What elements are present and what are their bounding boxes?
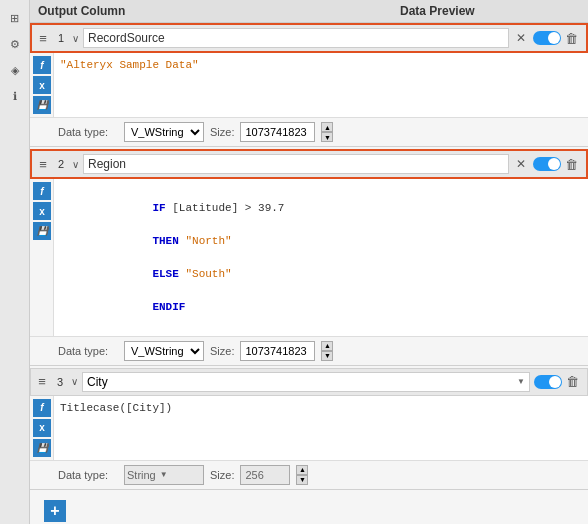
row-3-formula-area[interactable]: Titlecase([City]) bbox=[54, 396, 588, 460]
row-2-formula-x-button[interactable]: x bbox=[33, 202, 51, 220]
row-1-left: ≡ 1 ∨ ✕ bbox=[36, 28, 529, 48]
row-1-size-up[interactable]: ▲ bbox=[321, 122, 333, 132]
row-1-right: 🗑 bbox=[533, 31, 582, 46]
table-row: ≡ 2 ∨ ✕ 🗑 f x 💾 bbox=[30, 149, 588, 366]
row-3-datatype-row: Data type: String ▼ Size: ▲ ▼ bbox=[30, 460, 588, 489]
row-2-body: f x 💾 IF [Latitude] > 39.7 THEN "North" … bbox=[30, 179, 588, 336]
row-1-hamburger-icon[interactable]: ≡ bbox=[36, 28, 50, 48]
row-3-header: ≡ 3 ∨ City ▼ 🗑 bbox=[30, 368, 588, 396]
data-preview-header: Data Preview bbox=[400, 4, 580, 18]
row-3-size-up[interactable]: ▲ bbox=[296, 465, 308, 475]
row-3-hamburger-icon[interactable]: ≡ bbox=[35, 372, 49, 392]
row-3-size-spinner[interactable]: ▲ ▼ bbox=[296, 465, 308, 485]
row-2-header: ≡ 2 ∨ ✕ 🗑 bbox=[30, 149, 588, 179]
row-1-body: f x 💾 "Alteryx Sample Data" bbox=[30, 53, 588, 117]
row-1-formula-text: "Alteryx Sample Data" bbox=[60, 57, 582, 74]
row-1-delete-button[interactable]: 🗑 bbox=[565, 31, 578, 46]
row-3-dropdown-arrow-icon: ▼ bbox=[517, 377, 525, 386]
row-3-expand-icon[interactable]: ∨ bbox=[71, 376, 78, 387]
row-3-datatype-text: String bbox=[127, 469, 156, 481]
row-2-delete-button[interactable]: 🗑 bbox=[565, 157, 578, 172]
rows-container: ≡ 1 ∨ ✕ 🗑 f x 💾 bbox=[30, 23, 588, 524]
add-row-container: + bbox=[30, 492, 588, 525]
row-3-formula-text: Titlecase([City]) bbox=[60, 400, 582, 417]
row-2-expand-icon[interactable]: ∨ bbox=[72, 159, 79, 170]
row-1-name-input[interactable] bbox=[83, 28, 509, 48]
row-2-formula-area[interactable]: IF [Latitude] > 39.7 THEN "North" ELSE "… bbox=[54, 179, 588, 336]
row-2-save-button[interactable]: 💾 bbox=[33, 222, 51, 240]
row-1-size-spinner[interactable]: ▲ ▼ bbox=[321, 122, 333, 142]
row-1-datatype-row: Data type: V_WString Size: ▲ ▼ bbox=[30, 117, 588, 146]
content-area: Output Column Data Preview ≡ 1 ∨ ✕ bbox=[30, 0, 588, 524]
row-1-number: 1 bbox=[54, 32, 68, 44]
row-2-formula-icons: f x 💾 bbox=[30, 179, 54, 336]
row-3-size-input bbox=[240, 465, 290, 485]
row-1-formula-area[interactable]: "Alteryx Sample Data" bbox=[54, 53, 588, 117]
sidebar-icon-4[interactable]: ℹ bbox=[5, 86, 25, 106]
row-1-save-button[interactable]: 💾 bbox=[33, 96, 51, 114]
row-3-formula-x-button[interactable]: x bbox=[33, 419, 51, 437]
row-3-size-down[interactable]: ▼ bbox=[296, 475, 308, 485]
sidebar-icon-2[interactable]: ⚙ bbox=[5, 34, 25, 54]
row-1-size-input[interactable] bbox=[240, 122, 315, 142]
row-2-size-label: Size: bbox=[210, 345, 234, 357]
row-3-name-dropdown[interactable]: City ▼ bbox=[82, 372, 530, 392]
main-container: ⊞ ⚙ ◈ ℹ Output Column Data Preview ≡ 1 ∨… bbox=[0, 0, 588, 524]
row-1-datatype-label: Data type: bbox=[58, 126, 118, 138]
table-row: ≡ 1 ∨ ✕ 🗑 f x 💾 bbox=[30, 23, 588, 147]
row-1-header: ≡ 1 ∨ ✕ 🗑 bbox=[30, 23, 588, 53]
row-1-formula-x-button[interactable]: x bbox=[33, 76, 51, 94]
left-sidebar: ⊞ ⚙ ◈ ℹ bbox=[0, 0, 30, 524]
row-2-right: 🗑 bbox=[533, 157, 582, 172]
row-3-save-button[interactable]: 💾 bbox=[33, 439, 51, 457]
row-2-datatype-select[interactable]: V_WString bbox=[124, 341, 204, 361]
row-3-name-text: City bbox=[87, 375, 517, 389]
row-2-clear-button[interactable]: ✕ bbox=[513, 156, 529, 172]
row-1-clear-button[interactable]: ✕ bbox=[513, 30, 529, 46]
row-2-number: 2 bbox=[54, 158, 68, 170]
row-3-formula-f-button[interactable]: f bbox=[33, 399, 51, 417]
row-3-right: 🗑 bbox=[534, 374, 583, 389]
row-3-datatype-display: String ▼ bbox=[124, 465, 204, 485]
row-1-size-label: Size: bbox=[210, 126, 234, 138]
add-row-button[interactable]: + bbox=[44, 500, 66, 522]
output-column-header: Output Column bbox=[38, 4, 400, 18]
row-1-datatype-select[interactable]: V_WString bbox=[124, 122, 204, 142]
row-2-size-up[interactable]: ▲ bbox=[321, 341, 333, 351]
row-3-datatype-label: Data type: bbox=[58, 469, 118, 481]
sidebar-icon-3[interactable]: ◈ bbox=[5, 60, 25, 80]
row-2-left: ≡ 2 ∨ ✕ bbox=[36, 154, 529, 174]
row-2-datatype-row: Data type: V_WString Size: ▲ ▼ bbox=[30, 336, 588, 365]
table-header: Output Column Data Preview bbox=[30, 0, 588, 23]
table-row: ≡ 3 ∨ City ▼ 🗑 f bbox=[30, 368, 588, 490]
row-2-size-spinner[interactable]: ▲ ▼ bbox=[321, 341, 333, 361]
row-2-hamburger-icon[interactable]: ≡ bbox=[36, 154, 50, 174]
row-2-formula-text: IF [Latitude] > 39.7 THEN "North" ELSE "… bbox=[60, 183, 582, 332]
row-1-formula-icons: f x 💾 bbox=[30, 53, 54, 117]
row-1-expand-icon[interactable]: ∨ bbox=[72, 33, 79, 44]
sidebar-icon-1[interactable]: ⊞ bbox=[5, 8, 25, 28]
row-3-formula-icons: f x 💾 bbox=[30, 396, 54, 460]
row-3-datatype-arrow-icon: ▼ bbox=[160, 470, 168, 479]
row-3-delete-button[interactable]: 🗑 bbox=[566, 374, 579, 389]
row-3-number: 3 bbox=[53, 376, 67, 388]
row-3-toggle[interactable] bbox=[534, 375, 562, 389]
row-1-toggle[interactable] bbox=[533, 31, 561, 45]
row-3-size-label: Size: bbox=[210, 469, 234, 481]
row-2-size-down[interactable]: ▼ bbox=[321, 351, 333, 361]
row-2-formula-f-button[interactable]: f bbox=[33, 182, 51, 200]
row-3-body: f x 💾 Titlecase([City]) bbox=[30, 396, 588, 460]
row-1-formula-f-button[interactable]: f bbox=[33, 56, 51, 74]
row-2-datatype-label: Data type: bbox=[58, 345, 118, 357]
row-2-name-input[interactable] bbox=[83, 154, 509, 174]
row-2-toggle[interactable] bbox=[533, 157, 561, 171]
row-2-size-input[interactable] bbox=[240, 341, 315, 361]
row-3-left: ≡ 3 ∨ City ▼ bbox=[35, 372, 530, 392]
row-1-size-down[interactable]: ▼ bbox=[321, 132, 333, 142]
